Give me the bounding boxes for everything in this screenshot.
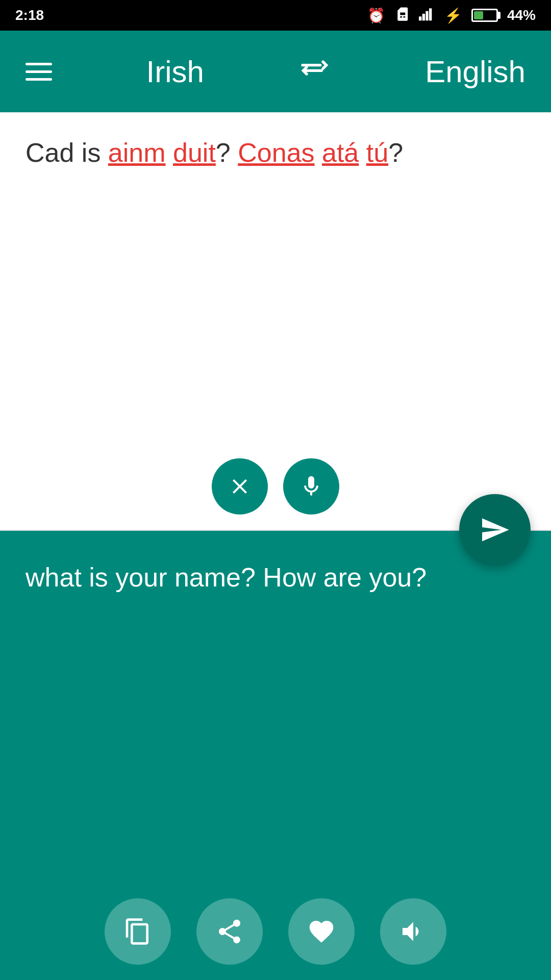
audio-button[interactable] <box>380 898 446 965</box>
misspelled-word-tu: tú <box>366 138 388 167</box>
svg-rect-0 <box>419 16 421 20</box>
favorite-button[interactable] <box>288 898 355 965</box>
copy-button[interactable] <box>105 898 171 965</box>
translated-text: what is your name? How are you? <box>26 556 525 599</box>
alarm-icon: ⏰ <box>367 7 385 24</box>
toolbar: Irish English <box>0 31 551 112</box>
input-actions <box>212 458 339 514</box>
battery-percentage: 44% <box>507 7 536 23</box>
signal-icon <box>419 7 435 24</box>
misspelled-word-ata: atá <box>322 138 359 167</box>
time-display: 2:18 <box>15 7 44 23</box>
menu-button[interactable] <box>26 63 52 81</box>
sim-icon <box>394 6 410 24</box>
output-actions <box>105 898 446 965</box>
misspelled-word-ainm: ainm <box>108 138 166 167</box>
svg-rect-2 <box>425 11 428 20</box>
misspelled-word-conas: Conas <box>238 138 314 167</box>
status-time: 2:18 <box>15 7 44 23</box>
clear-button[interactable] <box>212 458 268 514</box>
send-button[interactable] <box>459 494 531 566</box>
svg-rect-3 <box>429 8 432 20</box>
share-button[interactable] <box>196 898 263 965</box>
charging-icon: ⚡ <box>444 7 462 24</box>
target-language[interactable]: English <box>425 54 525 89</box>
input-area: Cad is ainm duit? Conas atá tú? <box>0 112 551 531</box>
source-text[interactable]: Cad is ainm duit? Conas atá tú? <box>26 133 525 173</box>
output-area: what is your name? How are you? <box>0 531 551 980</box>
source-language[interactable]: Irish <box>146 54 204 89</box>
svg-rect-1 <box>422 14 425 20</box>
status-icons: ⏰ ⚡ 44% <box>367 6 536 24</box>
status-bar: 2:18 ⏰ ⚡ 44% <box>0 0 551 31</box>
swap-languages-button[interactable] <box>298 52 331 92</box>
mic-button[interactable] <box>283 458 339 514</box>
misspelled-word-duit: duit <box>173 138 216 167</box>
battery-indicator <box>471 9 498 22</box>
